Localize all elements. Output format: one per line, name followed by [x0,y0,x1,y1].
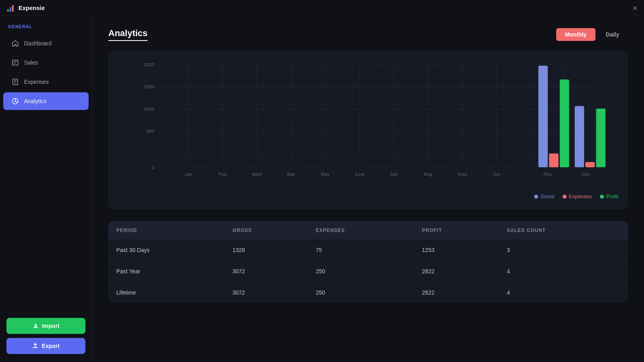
cell-gross: 1328 [225,240,308,261]
import-icon [32,323,39,329]
daily-toggle-button[interactable]: Daily [597,28,628,41]
cell-sales-count: 4 [499,282,628,303]
svg-text:Aug: Aug [424,171,432,177]
sidebar-item-analytics[interactable]: Analytics [3,92,89,110]
cell-gross: 3072 [225,282,308,303]
table-row: Past Year 3072 250 2822 4 [108,261,628,282]
svg-text:0: 0 [152,165,154,170]
profit-dot [600,195,604,199]
monthly-toggle-button[interactable]: Monthly [556,28,595,41]
app-layout: General Dashboard Sales [0,16,644,362]
svg-text:Feb: Feb [219,171,227,177]
table-row: Lifetime 3072 250 2822 4 [108,282,628,303]
sidebar-item-expenses[interactable]: Expenses [3,73,89,91]
expenses-icon [11,78,19,86]
svg-text:Nov: Nov [544,171,552,177]
expenses-dot [563,195,567,199]
page-header: Analytics Monthly Daily [108,28,628,41]
export-icon [32,343,38,349]
legend-gross: Gross [534,193,555,199]
nov-expenses-bar [549,154,558,167]
svg-text:500: 500 [146,128,154,134]
chart-container: 2000 1500 1000 500 0 [108,51,628,209]
sidebar-item-dashboard[interactable]: Dashboard [3,35,89,52]
dec-expenses-bar [585,162,595,167]
import-button[interactable]: Import [6,318,85,334]
svg-text:Oct: Oct [493,171,500,177]
cell-profit: 1253 [414,240,499,261]
sidebar-item-sales[interactable]: Sales [3,54,89,71]
svg-rect-1 [10,7,11,12]
gross-label: Gross [541,193,555,199]
svg-text:2000: 2000 [144,62,155,67]
col-gross: GROSS [225,221,308,240]
bar-chart: 2000 1500 1000 500 0 [118,60,618,189]
cell-sales-count: 4 [499,261,628,282]
col-sales-count: SALES COUNT [499,221,628,240]
gross-dot [534,195,538,199]
cell-gross: 3072 [225,261,308,282]
sidebar-expenses-label: Expenses [24,79,49,85]
svg-text:April: April [252,171,261,177]
svg-text:Jan: Jan [185,171,192,177]
svg-text:1000: 1000 [144,106,155,112]
sidebar-dashboard-label: Dashboard [24,40,52,47]
main-content: Analytics Monthly Daily 2000 1500 1000 5… [92,16,644,362]
data-table-container: PERIOD GROSS EXPENSES PROFIT SALES COUNT… [108,221,628,303]
analytics-icon [11,97,19,105]
sidebar: General Dashboard Sales [0,16,92,362]
dec-gross-bar [575,106,584,167]
svg-text:May: May [321,171,330,177]
svg-text:Mar: Mar [287,171,295,177]
svg-rect-3 [12,60,18,65]
logo-icon [6,4,15,12]
nov-profit-bar [560,79,569,167]
svg-text:Sept: Sept [458,171,468,177]
table-row: Past 30 Days 1328 75 1253 3 [108,240,628,261]
analytics-table: PERIOD GROSS EXPENSES PROFIT SALES COUNT… [108,221,628,303]
chart-legend: Gross Expenses Profit [118,193,618,199]
svg-text:June: June [354,171,365,177]
sidebar-bottom: Import Export [0,318,92,354]
col-profit: PROFIT [414,221,499,240]
cell-sales-count: 3 [499,240,628,261]
col-expenses: EXPENSES [308,221,414,240]
nov-gross-bar [539,66,548,167]
view-toggle: Monthly Daily [556,28,628,41]
svg-text:1500: 1500 [144,84,155,89]
app-name: Expensie [18,4,45,11]
cell-period: Past Year [108,261,225,282]
sidebar-section-label: General [0,24,92,34]
cell-profit: 2822 [414,261,499,282]
dec-profit-bar [596,109,606,167]
svg-rect-2 [12,5,14,12]
svg-text:July: July [390,171,398,177]
svg-point-11 [15,101,16,102]
close-button[interactable]: ✕ [632,4,638,12]
cell-expenses: 75 [308,240,414,261]
table-header-row: PERIOD GROSS EXPENSES PROFIT SALES COUNT [108,221,628,240]
cell-expenses: 250 [308,261,414,282]
cell-period: Past 30 Days [108,240,225,261]
sidebar-sales-label: Sales [24,59,38,66]
app-logo: Expensie [6,4,45,12]
legend-expenses: Expenses [563,193,592,199]
cell-profit: 2822 [414,282,499,303]
profit-label: Profit [606,193,618,199]
page-title: Analytics [108,28,148,41]
expenses-label: Expenses [569,193,592,199]
sidebar-analytics-label: Analytics [24,98,47,104]
sales-icon [11,59,19,67]
cell-period: Lifetime [108,282,225,303]
svg-rect-0 [7,9,9,12]
home-icon [11,39,19,47]
svg-text:Dec: Dec [582,171,591,177]
titlebar: Expensie ✕ [0,0,644,16]
cell-expenses: 250 [308,282,414,303]
legend-profit: Profit [600,193,618,199]
export-button[interactable]: Export [6,338,85,354]
col-period: PERIOD [108,221,225,240]
